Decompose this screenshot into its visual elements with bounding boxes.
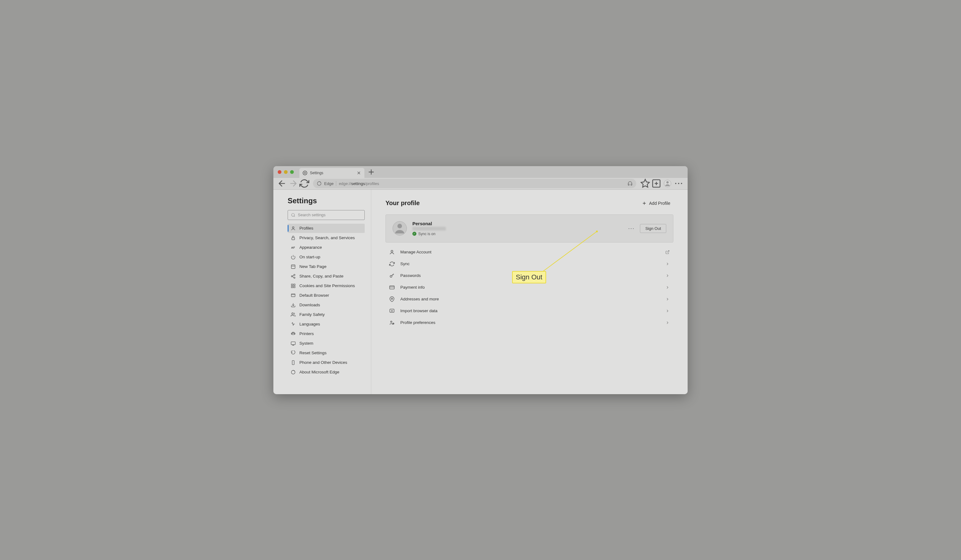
toolbar-right — [640, 178, 684, 188]
nav-label: Appearance — [299, 245, 322, 250]
nav-label: Privacy, Search, and Services — [299, 236, 355, 240]
chevron-right-icon — [665, 297, 670, 302]
option-sync[interactable]: Sync — [386, 258, 673, 270]
minimize-window-button[interactable] — [284, 170, 288, 174]
close-tab-button[interactable] — [356, 170, 361, 175]
option-import-browser-data[interactable]: Import browser data — [386, 305, 673, 317]
sidebar-item-downloads[interactable]: Downloads — [288, 300, 365, 310]
profile-option-list: Manage AccountSyncPasswordsPayment infoA… — [386, 246, 673, 329]
sidebar-item-phone-and-other-devices[interactable]: Phone and Other Devices — [288, 358, 365, 367]
profile-card-actions: ··· Sign Out — [628, 224, 666, 233]
title-bar: Settings — [273, 166, 688, 178]
sidebar-item-printers[interactable]: Printers — [288, 329, 365, 339]
menu-button[interactable] — [673, 178, 684, 188]
back-button[interactable] — [277, 178, 287, 188]
avatar-icon — [664, 180, 671, 187]
browser-window: Settings Edge edge://settings/profiles — [273, 166, 688, 394]
sidebar-item-languages[interactable]: Languages — [288, 319, 365, 329]
close-window-button[interactable] — [278, 170, 281, 174]
chevron-right-icon — [665, 321, 670, 325]
sidebar-item-reset-settings[interactable]: Reset Settings — [288, 348, 365, 358]
option-icon — [389, 261, 395, 267]
nav-icon — [291, 370, 296, 375]
svg-rect-22 — [291, 342, 295, 344]
maximize-window-button[interactable] — [290, 170, 294, 174]
address-bar[interactable]: Edge edge://settings/profiles — [313, 179, 636, 188]
page-title: Your profile — [386, 199, 420, 207]
add-profile-label: Add Profile — [649, 201, 670, 206]
profile-avatar — [392, 221, 407, 236]
nav-label: Share, Copy, and Paste — [299, 274, 343, 278]
svg-rect-11 — [291, 265, 295, 268]
forward-button[interactable] — [288, 178, 298, 188]
sidebar-item-family-safety[interactable]: Family Safety — [288, 310, 365, 319]
option-addresses-and-more[interactable]: Addresses and more — [386, 293, 673, 305]
read-aloud-icon[interactable] — [628, 181, 633, 186]
profile-more-button[interactable]: ··· — [628, 225, 635, 232]
sidebar-item-cookies-and-site-permissions[interactable]: Cookies and Site Permissions — [288, 281, 365, 290]
svg-point-27 — [390, 275, 392, 277]
chevron-right-icon — [665, 262, 670, 266]
nav-icon — [291, 264, 296, 269]
option-icon — [389, 285, 395, 290]
svg-point-4 — [666, 181, 669, 183]
add-profile-button[interactable]: Add Profile — [639, 199, 673, 208]
search-settings-box[interactable] — [288, 210, 365, 220]
traffic-lights — [278, 170, 294, 174]
chevron-right-icon — [665, 285, 670, 290]
collections-button[interactable] — [651, 178, 662, 188]
svg-rect-28 — [390, 286, 394, 289]
sidebar-item-on-start-up[interactable]: On start-up — [288, 252, 365, 262]
address-label: Edge — [324, 181, 333, 186]
nav-icon — [291, 293, 296, 298]
chevron-right-icon — [665, 309, 670, 313]
sidebar-item-system[interactable]: System — [288, 339, 365, 348]
option-passwords[interactable]: Passwords — [386, 270, 673, 282]
option-icon — [389, 320, 395, 326]
sidebar-item-default-browser[interactable]: Default Browser — [288, 291, 365, 300]
svg-point-8 — [292, 213, 294, 216]
nav-icon — [291, 360, 296, 365]
sidebar-item-appearance[interactable]: Appearance — [288, 243, 365, 252]
new-tab-button[interactable] — [367, 168, 376, 177]
profile-name: Personal — [412, 221, 622, 226]
svg-point-6 — [678, 183, 679, 184]
nav-label: Printers — [299, 331, 314, 336]
option-label: Sync — [400, 262, 660, 266]
svg-rect-17 — [291, 286, 293, 288]
nav-label: New Tab Page — [299, 264, 327, 269]
external-link-icon — [665, 250, 670, 254]
nav-label: Family Safety — [299, 312, 325, 317]
profile-button[interactable] — [662, 178, 673, 188]
svg-rect-19 — [291, 294, 295, 297]
option-manage-account[interactable]: Manage Account — [386, 246, 673, 258]
svg-point-31 — [391, 321, 392, 323]
option-label: Import browser data — [400, 308, 660, 313]
nav-label: On start-up — [299, 255, 320, 259]
svg-rect-16 — [294, 284, 295, 286]
sidebar-item-privacy-search-and-services[interactable]: Privacy, Search, and Services — [288, 233, 365, 242]
favorites-button[interactable] — [640, 178, 651, 188]
main-panel: Your profile Add Profile Personal ✓ Sync… — [371, 190, 688, 394]
browser-tab[interactable]: Settings — [299, 168, 365, 178]
sidebar-item-profiles[interactable]: Profiles — [288, 224, 365, 233]
reload-button[interactable] — [299, 178, 309, 188]
svg-rect-21 — [292, 333, 294, 335]
nav-icon — [291, 236, 296, 241]
nav-icon — [291, 226, 296, 231]
option-payment-info[interactable]: Payment info — [386, 282, 673, 293]
sidebar-item-share-copy-and-paste[interactable]: Share, Copy, and Paste — [288, 272, 365, 281]
content: Settings ProfilesPrivacy, Search, and Se… — [273, 190, 688, 394]
search-settings-input[interactable] — [298, 213, 361, 217]
sign-out-button[interactable]: Sign Out — [640, 224, 666, 233]
svg-rect-10 — [292, 237, 294, 240]
svg-point-26 — [391, 250, 393, 252]
sidebar: Settings ProfilesPrivacy, Search, and Se… — [273, 190, 371, 394]
nav-label: System — [299, 341, 313, 346]
option-profile-preferences[interactable]: Profile preferences — [386, 317, 673, 329]
nav-icon — [291, 303, 296, 308]
sidebar-item-about-microsoft-edge[interactable]: About Microsoft Edge — [288, 367, 365, 377]
sidebar-item-new-tab-page[interactable]: New Tab Page — [288, 262, 365, 271]
chevron-right-icon — [665, 273, 670, 278]
nav-icon — [291, 245, 296, 250]
